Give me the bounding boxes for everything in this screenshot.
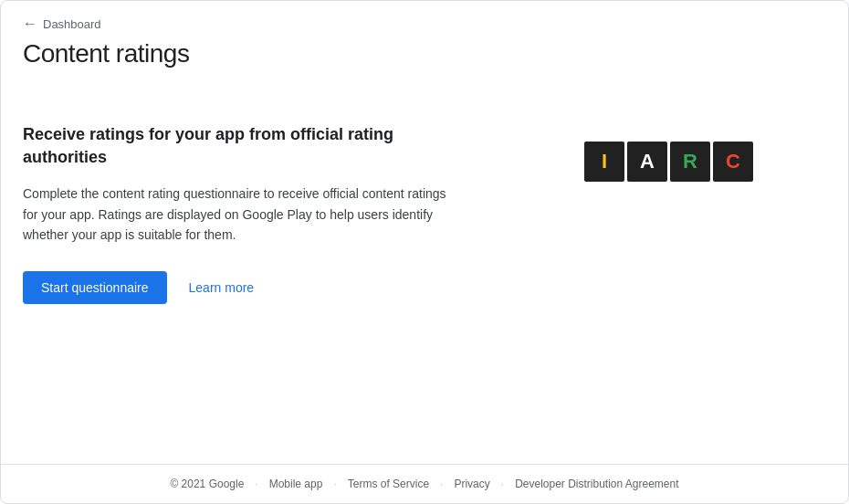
- button-row: Start questionnaire Learn more: [23, 271, 461, 304]
- start-questionnaire-button[interactable]: Start questionnaire: [23, 271, 167, 304]
- footer-link-distribution-agreement[interactable]: Developer Distribution Agreement: [515, 478, 678, 490]
- footer-link-mobile-app[interactable]: Mobile app: [269, 478, 323, 490]
- footer-link-privacy[interactable]: Privacy: [454, 478, 489, 490]
- content-description: Complete the content rating questionnair…: [23, 184, 461, 245]
- learn-more-link[interactable]: Learn more: [189, 280, 255, 295]
- footer-link-terms[interactable]: Terms of Service: [348, 478, 429, 490]
- iarc-letter-a: A: [627, 142, 667, 182]
- iarc-letter-r: R: [670, 142, 710, 182]
- iarc-letter-c: C: [713, 142, 753, 182]
- left-panel: Receive ratings for your app from offici…: [23, 123, 461, 304]
- breadcrumb[interactable]: ← Dashboard: [23, 1, 826, 32]
- right-panel: I A R C: [584, 123, 826, 182]
- footer-copyright: © 2021 Google: [170, 478, 244, 490]
- iarc-letter-i: I: [584, 142, 624, 182]
- footer: © 2021 Google · Mobile app · Terms of Se…: [1, 464, 848, 503]
- breadcrumb-label: Dashboard: [43, 17, 101, 31]
- footer-sep-1: ·: [255, 478, 257, 490]
- iarc-logo: I A R C: [584, 142, 753, 182]
- content-heading: Receive ratings for your app from offici…: [23, 123, 461, 169]
- main-content: Receive ratings for your app from offici…: [23, 123, 826, 464]
- page-title: Content ratings: [23, 39, 826, 68]
- back-arrow-icon: ←: [23, 16, 37, 32]
- footer-sep-3: ·: [440, 478, 443, 490]
- footer-sep-4: ·: [501, 478, 504, 490]
- footer-sep-2: ·: [333, 478, 336, 490]
